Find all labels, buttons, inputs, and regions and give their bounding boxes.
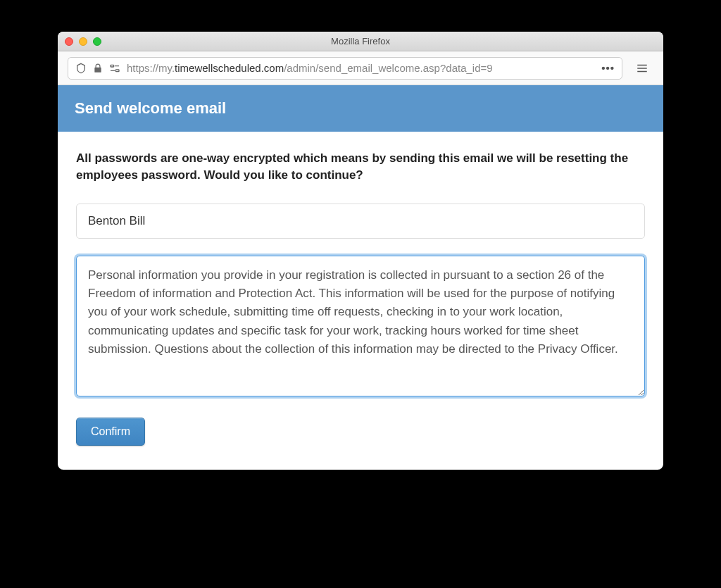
permissions-icon — [109, 63, 120, 74]
url-text: https://my.timewellscheduled.com/admin/s… — [127, 62, 592, 74]
url-domain: timewellscheduled.com — [175, 62, 284, 74]
url-path: /admin/send_email_welcome.asp?data_id=9 — [284, 62, 492, 74]
url-overflow-icon[interactable]: ••• — [601, 62, 615, 74]
warning-text: All passwords are one-way encrypted whic… — [76, 150, 645, 184]
maximize-window-button[interactable] — [93, 37, 101, 46]
browser-toolbar: https://my.timewellscheduled.com/admin/s… — [58, 51, 663, 85]
traffic-lights — [65, 37, 101, 46]
url-subdomain: my. — [158, 62, 175, 74]
svg-rect-0 — [111, 65, 114, 67]
close-window-button[interactable] — [65, 37, 73, 46]
svg-rect-2 — [115, 70, 119, 72]
email-message-textarea[interactable] — [76, 256, 645, 396]
lock-icon — [93, 63, 103, 73]
url-protocol: https:// — [127, 62, 158, 74]
hamburger-menu-button[interactable] — [631, 57, 653, 80]
page-body: All passwords are one-way encrypted whic… — [58, 132, 663, 470]
confirm-button[interactable]: Confirm — [76, 418, 145, 446]
page-title: Send welcome email — [58, 85, 663, 132]
window-titlebar: Mozilla Firefox — [58, 32, 663, 51]
address-bar[interactable]: https://my.timewellscheduled.com/admin/s… — [68, 57, 622, 80]
shield-icon — [75, 63, 87, 74]
minimize-window-button[interactable] — [79, 37, 87, 46]
browser-window: Mozilla Firefox https://my.timewellsched… — [58, 32, 663, 470]
window-title: Mozilla Firefox — [331, 36, 390, 46]
employee-name-box: Benton Bill — [76, 204, 645, 239]
